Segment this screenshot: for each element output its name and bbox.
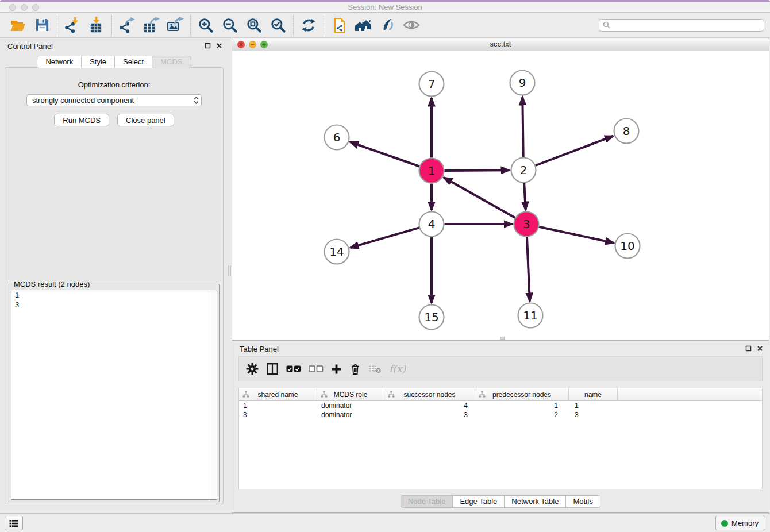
network-canvas[interactable]: 7968124314101511: [232, 51, 769, 340]
export-network-icon: [118, 17, 136, 34]
tab-network-table[interactable]: Network Table: [505, 495, 566, 508]
cell-shared-name[interactable]: 3: [239, 411, 317, 419]
close-panel-icon[interactable]: [757, 345, 763, 352]
cell-mcds-role[interactable]: dominator: [317, 411, 384, 419]
create-column-button[interactable]: [331, 360, 342, 377]
cell-mcds-role[interactable]: dominator: [317, 402, 384, 410]
delete-table-button[interactable]: [368, 360, 382, 377]
cell-shared-name[interactable]: 1: [239, 402, 317, 410]
window-title: Session: New Session: [0, 3, 770, 11]
close-panel-icon[interactable]: [216, 43, 222, 49]
panel-divider-grip[interactable]: [228, 265, 231, 276]
column-header-predecessor-nodes[interactable]: predecessor nodes: [475, 388, 569, 400]
column-header-mcds-role[interactable]: MCDS role: [317, 388, 384, 400]
zoom-selected-button[interactable]: [266, 14, 290, 36]
graph-node-label-8: 8: [623, 124, 630, 138]
paintbrush-button[interactable]: [375, 14, 399, 36]
node-table: shared name MCDS role successor nodes pr…: [238, 388, 763, 489]
control-panel: Control Panel Network Style Select MCDS …: [0, 38, 228, 513]
tab-motifs[interactable]: Motifs: [566, 495, 600, 508]
houses-button[interactable]: [351, 14, 375, 36]
mcds-result-group: MCDS result (2 nodes) 1 3: [9, 284, 220, 502]
column-header-successor-nodes[interactable]: successor nodes: [384, 388, 475, 400]
cell-successor-nodes[interactable]: 3: [384, 411, 475, 419]
graph-edge-1-6[interactable]: [350, 142, 419, 166]
memory-button[interactable]: Memory: [715, 516, 765, 530]
toolbar-separator: [111, 16, 112, 35]
column-header-shared-name[interactable]: shared name: [239, 388, 317, 400]
column-header-name[interactable]: name: [569, 388, 618, 400]
open-button[interactable]: [6, 14, 30, 36]
result-scrollbar[interactable]: [209, 290, 217, 499]
zoom-out-button[interactable]: [218, 14, 242, 36]
show-panels-button[interactable]: [5, 516, 23, 530]
optimization-criterion-select[interactable]: strongly connected component: [26, 94, 202, 106]
import-network-button[interactable]: [60, 14, 84, 36]
zoom-in-icon: [198, 17, 214, 33]
graph-edge-4-14[interactable]: [351, 228, 419, 248]
import-table-button[interactable]: [84, 14, 109, 36]
save-button[interactable]: [30, 14, 54, 36]
window-resize-grip[interactable]: [500, 337, 505, 340]
table-settings-button[interactable]: [246, 360, 259, 377]
import-table-icon: [88, 17, 105, 34]
graph-edge-3-1[interactable]: [444, 178, 515, 218]
function-builder-button[interactable]: f(x): [389, 360, 406, 377]
mcds-result-list[interactable]: 1 3: [11, 290, 217, 500]
minimize-network-icon[interactable]: [249, 41, 256, 48]
eye-button[interactable]: [399, 14, 424, 36]
delete-column-button[interactable]: [349, 360, 361, 377]
cell-predecessor-nodes[interactable]: 1: [475, 402, 569, 410]
gear-icon: [246, 363, 259, 375]
graph-edge-3-10[interactable]: [539, 227, 614, 243]
cell-predecessor-nodes[interactable]: 2: [475, 411, 569, 419]
network-window-titlebar[interactable]: scc.txt: [232, 38, 769, 51]
graph-edge-1-2[interactable]: [445, 170, 510, 171]
close-panel-button[interactable]: Close panel: [117, 114, 174, 126]
run-mcds-button[interactable]: Run MCDS: [54, 114, 109, 126]
graph-node-label-7: 7: [428, 77, 436, 91]
checked-boxes-icon: [286, 365, 301, 373]
export-table-button[interactable]: [139, 14, 163, 36]
float-panel-icon[interactable]: [205, 43, 211, 49]
mcds-button-row: Run MCDS Close panel: [5, 114, 223, 126]
table-row[interactable]: 3 dominator 3 2 3: [239, 410, 762, 419]
cell-name[interactable]: 1: [569, 402, 618, 410]
show-column-panel-button[interactable]: [266, 360, 279, 377]
float-panel-icon[interactable]: [745, 345, 752, 352]
mcds-result-item[interactable]: 3: [11, 300, 217, 310]
unselect-all-columns-button[interactable]: [309, 360, 324, 377]
select-all-columns-button[interactable]: [286, 360, 301, 377]
clone-network-button[interactable]: [327, 14, 351, 36]
graph-edge-3-11[interactable]: [527, 237, 530, 302]
tab-network[interactable]: Network: [37, 56, 82, 68]
graph-edge-2-9[interactable]: [522, 97, 523, 157]
graph-edge-2-8[interactable]: [536, 136, 613, 165]
search-input[interactable]: [613, 21, 760, 30]
maximize-network-icon[interactable]: [260, 41, 268, 48]
tab-edge-table[interactable]: Edge Table: [453, 495, 505, 508]
export-table-icon: [143, 17, 160, 34]
export-network-button[interactable]: [115, 14, 139, 36]
export-image-button[interactable]: [163, 14, 187, 36]
tab-node-table[interactable]: Node Table: [401, 495, 453, 508]
zoom-fit-button[interactable]: [242, 14, 266, 36]
tab-mcds[interactable]: MCDS: [152, 56, 191, 68]
toolbar-separator: [190, 16, 191, 35]
table-row[interactable]: 1 dominator 4 1 1: [239, 401, 762, 410]
refresh-button[interactable]: [297, 14, 321, 36]
toolbar-separator: [57, 16, 57, 35]
zoom-in-button[interactable]: [194, 14, 218, 36]
tab-select[interactable]: Select: [115, 56, 152, 68]
table-header: shared name MCDS role successor nodes pr…: [239, 388, 762, 401]
mcds-result-item[interactable]: 1: [11, 290, 217, 300]
search-box[interactable]: [599, 19, 764, 32]
cell-name[interactable]: 3: [569, 411, 618, 419]
table-toolbar: f(x): [238, 356, 763, 381]
tab-style[interactable]: Style: [82, 56, 115, 68]
graph-edge-2-3[interactable]: [524, 183, 526, 210]
select-arrows-icon: [194, 96, 199, 105]
close-network-icon[interactable]: [237, 41, 245, 48]
cell-successor-nodes[interactable]: 4: [384, 402, 475, 410]
table-panel-title: Table Panel: [240, 345, 279, 353]
